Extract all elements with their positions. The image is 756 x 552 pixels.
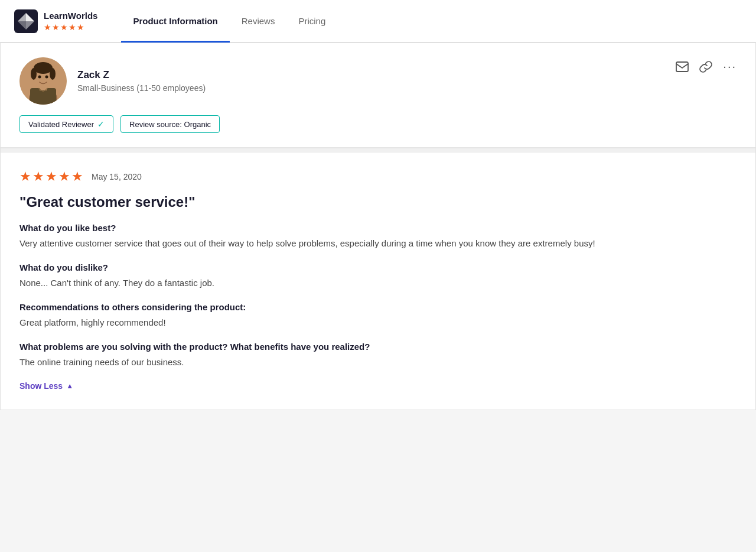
tab-pricing[interactable]: Pricing	[286, 1, 337, 43]
reviewer-badges: Validated Reviewer ✓ Review source: Orga…	[19, 115, 676, 133]
logo-name: LearnWorlds	[44, 11, 97, 21]
show-less-button[interactable]: Show Less ▲	[19, 381, 73, 391]
recommendations-label: Recommendations to others considering th…	[19, 302, 737, 312]
validated-reviewer-label: Validated Reviewer	[28, 120, 94, 129]
review-stars: ★ ★ ★ ★ ★	[19, 169, 83, 184]
review-star-5: ★	[71, 169, 83, 184]
svg-point-6	[34, 62, 53, 74]
review-star-1: ★	[19, 169, 31, 184]
more-options-button[interactable]: ···	[723, 60, 737, 73]
dislike-label: What do you dislike?	[19, 262, 737, 272]
recommendations-text: Great platform, highly recommended!	[19, 316, 737, 330]
like-best-text: Very attentive customer service that goe…	[19, 236, 737, 251]
reviewer-business-size: Small-Business (11-50 employees)	[77, 83, 206, 93]
review-section-problems: What problems are you solving with the p…	[19, 342, 737, 369]
review-star-2: ★	[32, 169, 44, 184]
review-star-4: ★	[58, 169, 70, 184]
logo-stars: ★ ★ ★ ★ ★	[44, 22, 97, 32]
email-button[interactable]	[676, 61, 689, 72]
badge-review-source: Review source: Organic	[120, 115, 220, 133]
review-section-dislike: What do you dislike? None... Can't think…	[19, 262, 737, 290]
chevron-up-icon: ▲	[66, 382, 73, 390]
review-section-like-best: What do you like best? Very attentive cu…	[19, 223, 737, 251]
tab-product-information[interactable]: Product Information	[121, 1, 229, 43]
review-body: ★ ★ ★ ★ ★ May 15, 2020 "Great customer s…	[1, 152, 755, 410]
show-less-label: Show Less	[19, 381, 63, 391]
check-icon: ✓	[97, 119, 105, 129]
review-meta: ★ ★ ★ ★ ★ May 15, 2020	[19, 169, 737, 184]
svg-point-9	[38, 76, 41, 79]
logo-link[interactable]: LearnWorlds ★ ★ ★ ★ ★	[14, 9, 97, 33]
like-best-label: What do you like best?	[19, 223, 737, 233]
reviewer-main: Zack Z Small-Business (11-50 employees) …	[19, 57, 676, 133]
content-wrapper: Zack Z Small-Business (11-50 employees) …	[0, 43, 756, 410]
badge-validated: Validated Reviewer ✓	[19, 115, 113, 133]
logo-star-5: ★	[77, 22, 84, 32]
avatar	[19, 57, 67, 105]
review-title: "Great customer service!"	[19, 193, 737, 211]
logo-star-3: ★	[60, 22, 68, 32]
reviewer-info: Zack Z Small-Business (11-50 employees)	[77, 69, 206, 93]
svg-point-7	[31, 68, 37, 80]
link-button[interactable]	[699, 60, 712, 73]
link-icon	[699, 60, 712, 73]
svg-point-10	[45, 76, 48, 79]
logo-star-2: ★	[52, 22, 60, 32]
problems-text: The online training needs of our busines…	[19, 355, 737, 369]
tab-reviews[interactable]: Reviews	[230, 1, 287, 43]
reviewer-actions: ···	[676, 57, 737, 73]
svg-rect-3	[30, 88, 56, 105]
reviewer-name: Zack Z	[77, 69, 206, 81]
learnworlds-logo-icon	[14, 9, 38, 33]
logo-star-4: ★	[69, 22, 76, 32]
reviewer-card: Zack Z Small-Business (11-50 employees) …	[1, 43, 755, 148]
review-section-recommendations: Recommendations to others considering th…	[19, 302, 737, 330]
avatar-image	[19, 57, 67, 105]
dislike-text: None... Can't think of any. They do a fa…	[19, 276, 737, 290]
problems-label: What problems are you solving with the p…	[19, 342, 737, 352]
header: LearnWorlds ★ ★ ★ ★ ★ Product Informatio…	[0, 0, 756, 43]
svg-point-8	[50, 68, 56, 80]
logo-star-1: ★	[44, 22, 51, 32]
section-divider	[1, 148, 755, 152]
page-wrapper: LearnWorlds ★ ★ ★ ★ ★ Product Informatio…	[0, 0, 756, 552]
ellipsis-icon: ···	[723, 60, 737, 73]
reviewer-top-row: Zack Z Small-Business (11-50 employees)	[19, 57, 676, 105]
review-star-3: ★	[45, 169, 57, 184]
svg-rect-11	[676, 62, 688, 72]
nav-tabs: Product Information Reviews Pricing	[121, 0, 337, 42]
email-icon	[676, 61, 689, 72]
review-source-label: Review source: Organic	[129, 120, 211, 129]
review-date: May 15, 2020	[92, 172, 142, 181]
logo-text-area: LearnWorlds ★ ★ ★ ★ ★	[44, 11, 97, 32]
